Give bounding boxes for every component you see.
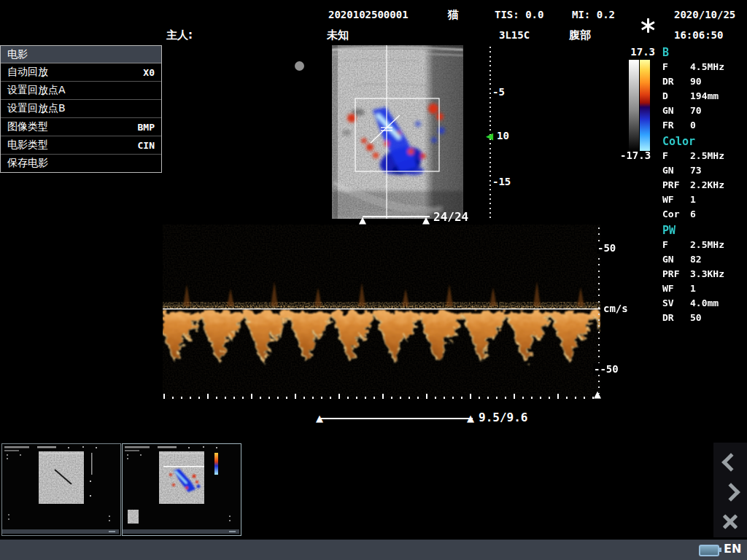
battery-icon	[699, 545, 719, 556]
cine-time-marker-a[interactable]: ▲	[316, 413, 323, 423]
patient-id: 2020102500001	[328, 9, 409, 20]
depth-mark-5: -5	[492, 86, 506, 98]
prev-thumbnail-button[interactable]	[721, 453, 739, 470]
cine-frame-counter: 24/24	[433, 210, 468, 224]
doppler-color-bar	[640, 60, 650, 151]
menu-item-image-type[interactable]: 图像类型 BMP	[1, 118, 161, 136]
tis-readout: TIS: 0.0	[495, 9, 543, 20]
cine-time-line	[321, 418, 473, 419]
thumbnail-nav-strip	[713, 443, 747, 537]
sweep-position-marker[interactable]: ▲	[594, 389, 601, 399]
freeze-icon	[640, 18, 655, 33]
language-indicator[interactable]: EN	[724, 542, 741, 556]
next-thumbnail-button[interactable]	[721, 483, 739, 500]
pw-params-header: PW	[662, 223, 747, 238]
preset-label: 腹部	[569, 28, 591, 42]
color-params: Color F2.5MHz GN73 PRF2.2KHz WF1 Cor6	[662, 134, 747, 222]
thumbnail-2-selected[interactable]	[122, 443, 241, 536]
date-readout: 2020/10/25	[674, 9, 735, 20]
cine-marker-b[interactable]: ▲	[422, 215, 430, 225]
depth-mark-15: -15	[492, 176, 511, 187]
b-params: B F4.5MHz DR90 D194mm GN70 FR0	[662, 45, 747, 133]
owner-value: 未知	[327, 28, 349, 42]
thumbnail-1[interactable]	[1, 443, 121, 536]
spectrum-baseline	[163, 308, 600, 309]
cine-marker-a[interactable]: ▲	[359, 215, 366, 225]
menu-item-set-point-b[interactable]: 设置回放点B	[1, 100, 161, 118]
time-readout: 16:06:50	[674, 29, 723, 41]
time-axis-ticks	[163, 394, 595, 399]
status-bar: EN	[0, 540, 747, 560]
species-label: 猫	[448, 8, 459, 22]
cine-time-counter: 9.5/9.6	[479, 411, 527, 424]
trackball-cursor[interactable]	[295, 61, 304, 71]
menu-item-cine-type[interactable]: 电影类型 CIN	[1, 136, 161, 155]
focus-marker-icon[interactable]: ◀	[486, 131, 493, 141]
mi-readout: MI: 0.2	[572, 9, 615, 20]
scale-min-label: -17.3	[620, 149, 651, 161]
menu-item-auto-replay[interactable]: 自动回放 X0	[1, 63, 161, 82]
chevron-right-icon	[721, 483, 740, 501]
grayscale-bar	[629, 60, 639, 151]
top-info-bar: 2020102500001 猫 TIS: 0.0 MI: 0.2 2020/10…	[0, 0, 747, 44]
b-params-header: B	[662, 45, 747, 60]
velocity-max-label: -50	[597, 242, 616, 254]
depth-mark-10: 10	[496, 130, 510, 141]
pw-params: PW F2.5MHz GN82 PRF3.3KHz WF1 SV4.0mm DR…	[662, 223, 747, 325]
velocity-unit-label: cm/s	[603, 303, 629, 314]
cine-time-marker-b[interactable]: ▲	[467, 413, 474, 423]
pw-spectrum[interactable]	[163, 225, 600, 400]
color-params-header: Color	[662, 134, 747, 149]
menu-item-save-cine[interactable]: 保存电影	[1, 155, 161, 172]
velocity-min-label: --50	[593, 363, 619, 375]
ultrasound-screen: 2020102500001 猫 TIS: 0.0 MI: 0.2 2020/10…	[0, 0, 747, 560]
chevron-left-icon	[721, 453, 740, 471]
menu-item-set-point-a[interactable]: 设置回放点A	[1, 82, 161, 100]
b-mode-image[interactable]	[332, 45, 463, 219]
delete-thumbnail-button[interactable]	[721, 513, 739, 530]
cine-progress-line	[363, 216, 430, 217]
scale-max-label: 17.3	[624, 46, 655, 58]
cine-menu: 电影 自动回放 X0 设置回放点A 设置回放点B 图像类型 BMP 电影类型 C…	[0, 45, 162, 173]
owner-label: 主人:	[166, 28, 193, 42]
probe-label: 3L15C	[499, 29, 530, 41]
menu-title: 电影	[1, 46, 161, 63]
